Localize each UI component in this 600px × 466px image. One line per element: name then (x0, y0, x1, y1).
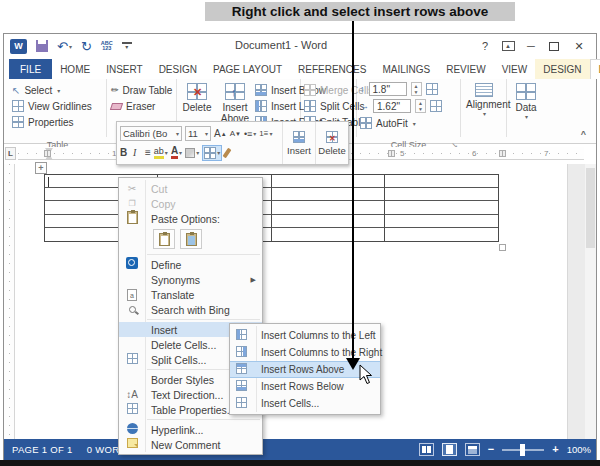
submenu-item-insert-rows-below[interactable]: Insert Rows Below (230, 378, 380, 395)
close-button[interactable]: ✕ (570, 38, 588, 54)
highlight-button[interactable]: ab▾ (154, 147, 168, 159)
distribute-rows-icon[interactable] (426, 83, 438, 95)
column-width-field[interactable]: 1.62" (373, 99, 411, 113)
data-button[interactable]: Data ▾ (508, 81, 544, 120)
format-painter-button[interactable] (225, 148, 229, 158)
delete-button[interactable]: ✕ Delete (179, 81, 215, 113)
vertical-scrollbar[interactable] (585, 164, 596, 439)
tab-design[interactable]: DESIGN (151, 59, 205, 79)
move-table-column-marker[interactable] (499, 150, 506, 157)
font-size-select[interactable]: 11▾ (185, 126, 211, 141)
merge-cells-button[interactable]: Merge Cells (304, 82, 356, 98)
table-cell[interactable] (272, 228, 385, 241)
zoom-slider[interactable] (502, 449, 544, 451)
zoom-out-button[interactable]: − (488, 444, 494, 455)
zoom-in-button[interactable]: + (552, 444, 558, 455)
vertical-ruler[interactable] (4, 164, 15, 439)
table-cell[interactable] (272, 215, 385, 228)
move-table-column-marker[interactable] (44, 150, 51, 157)
tab-insert[interactable]: INSERT (98, 59, 151, 79)
insert-above-button[interactable]: ↑ Insert Above (217, 81, 253, 124)
font-name-select[interactable]: Calibri (Bo▾ (120, 126, 182, 141)
submenu-item-insert-cells[interactable]: Insert Cells... (230, 395, 380, 412)
bold-button[interactable]: B (120, 147, 130, 158)
scrollbar-thumb[interactable] (586, 168, 595, 248)
draw-table-button[interactable]: ✏ Draw Table (111, 82, 176, 98)
mini-delete-button[interactable]: ✕ Delete (315, 122, 348, 164)
table-cell[interactable] (385, 215, 498, 228)
distribute-columns-icon[interactable] (430, 100, 442, 112)
menu-item-hyperlink[interactable]: Hyperlink... (119, 422, 262, 437)
shading-button[interactable]: ▾ (185, 148, 199, 158)
row-height-field[interactable]: 1.8" (369, 82, 407, 96)
zoom-level[interactable]: 100% (567, 444, 591, 455)
tab-mailings[interactable]: MAILINGS (374, 59, 438, 79)
eraser-button[interactable]: Eraser (111, 98, 176, 114)
table-cell[interactable] (272, 175, 385, 188)
submenu-item-insert-columns-left[interactable]: Insert Columns to the Left (230, 327, 380, 344)
mini-insert-button[interactable]: Insert (282, 122, 315, 164)
alignment-button[interactable]: Alignment ▾ (466, 81, 502, 117)
tab-view[interactable]: VIEW (494, 59, 536, 79)
zoom-slider-thumb[interactable] (520, 444, 525, 456)
table-cell[interactable] (385, 201, 498, 214)
read-mode-button[interactable] (419, 443, 434, 456)
numbering-button[interactable]: 1≡▾ (259, 129, 272, 138)
menu-item-new-comment[interactable]: New Comment (119, 437, 262, 452)
help-button[interactable]: ? (476, 38, 494, 54)
web-layout-button[interactable] (465, 443, 480, 456)
undo-button[interactable]: ↶▾ (57, 40, 72, 53)
center-button[interactable]: ≡ (145, 147, 151, 158)
paste-picture-button[interactable] (180, 229, 202, 249)
collapse-ribbon-icon[interactable]: ^ (581, 129, 586, 139)
table-cell[interactable] (385, 175, 498, 188)
tab-file[interactable]: FILE (9, 59, 52, 79)
column-width-stepper[interactable]: ▲▼ (415, 99, 426, 113)
maximize-button[interactable] (545, 38, 563, 54)
autofit-button[interactable]: AutoFit▾ (360, 115, 460, 131)
minimize-button[interactable]: ─ (522, 38, 540, 54)
table-move-handle[interactable]: + (35, 162, 47, 174)
shrink-font-button[interactable]: A▼ (230, 129, 241, 138)
tab-review[interactable]: REVIEW (438, 59, 493, 79)
bullets-button[interactable]: •≡▾ (244, 129, 256, 139)
tab-table-tools-layout[interactable]: LAYOUT (590, 59, 600, 79)
borders-button[interactable]: ▾ (202, 145, 222, 161)
ribbon-group-cell-size: ↕ 1.8" ▲▼ ↔ 1.62" ▲▼ AutoFit▾ Cell Size … (357, 79, 461, 137)
menu-item-synonyms[interactable]: Synonyms ▶ (119, 272, 262, 287)
menu-item-cut[interactable]: ✂ Cut (119, 181, 262, 196)
menu-item-search-with-bing[interactable]: Search with Bing (119, 302, 262, 317)
properties-button[interactable]: Properties (12, 114, 106, 130)
table-cell[interactable] (272, 201, 385, 214)
tab-table-tools-design[interactable]: DESIGN (535, 59, 589, 79)
menu-item-copy[interactable]: ❐ Copy (119, 196, 262, 211)
italic-button[interactable]: I (133, 147, 142, 158)
print-layout-button[interactable] (442, 443, 457, 456)
font-color-button[interactable]: A▾ (171, 146, 182, 159)
menu-item-translate[interactable]: a Translate (119, 287, 262, 302)
menu-item-define[interactable]: Define (119, 257, 262, 272)
ribbon-display-options-button[interactable]: ▲ (499, 38, 517, 54)
tab-stop-selector[interactable]: L (5, 147, 16, 160)
table-cell[interactable] (385, 188, 498, 201)
grow-font-button[interactable]: A▲ (214, 128, 227, 139)
chevron-down-icon: ▾ (176, 127, 179, 140)
tab-references[interactable]: REFERENCES (290, 59, 374, 79)
redo-icon[interactable]: ↻ (81, 40, 92, 53)
spell-check-icon[interactable]: ABC123 (101, 41, 113, 52)
tab-page-layout[interactable]: PAGE LAYOUT (205, 59, 290, 79)
move-table-column-marker[interactable] (388, 150, 395, 157)
tab-home[interactable]: HOME (52, 59, 98, 79)
paste-keep-formatting-button[interactable] (153, 229, 175, 249)
table-cell[interactable] (385, 228, 498, 241)
select-button[interactable]: ↖ Select▾ (12, 82, 106, 98)
table-cell[interactable] (272, 188, 385, 201)
row-height-stepper[interactable]: ▲▼ (411, 82, 422, 96)
save-icon[interactable] (36, 40, 48, 52)
split-cells-button[interactable]: Split Cells (304, 98, 356, 114)
document-table[interactable] (44, 174, 499, 242)
page-indicator[interactable]: PAGE 1 OF 1 (12, 444, 73, 455)
view-gridlines-button[interactable]: View Gridlines (12, 98, 106, 114)
table-resize-handle[interactable] (499, 244, 506, 251)
customize-qat-icon[interactable]: ▾ (122, 42, 132, 50)
